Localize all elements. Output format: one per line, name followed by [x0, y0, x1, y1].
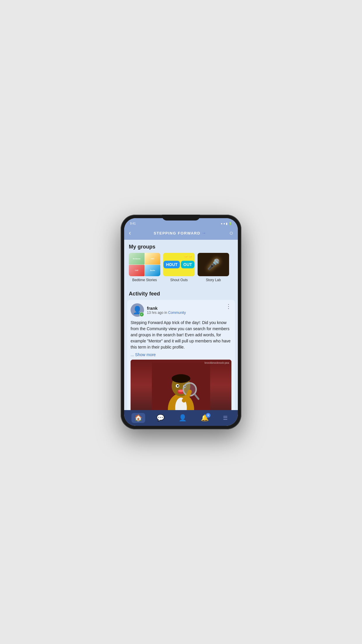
group-thumbnail-story-lab: 🎤 — [198, 253, 229, 276]
avatar-wrap: 👤 ✓ — [131, 303, 144, 317]
post-time: 13 hrs ago — [147, 311, 164, 315]
post-location[interactable]: Community — [168, 311, 186, 315]
feed-post-image: knockknocknock-pea — [131, 360, 231, 410]
phone-screen: 9:41 ● ● ▮ 🔋 ‹ STEPPING FORWARD → ○ My g… — [124, 218, 238, 426]
post-location-prefix: in — [164, 311, 168, 315]
title-arrow-icon: → — [201, 230, 207, 236]
post-meta: 13 hrs ago in Community — [147, 311, 186, 315]
phone-notch — [162, 215, 200, 220]
book-1: Dr.Seuss — [129, 253, 145, 265]
hout-bubble: HOUT — [164, 261, 180, 268]
shout-outs-image: HOUT OUT ⭐⭐ — [163, 253, 195, 276]
microphone-icon: 🎤 — [207, 258, 220, 271]
shoutout-bubbles: HOUT OUT — [164, 261, 194, 268]
activity-feed-section: Activity feed 👤 ✓ frank — [124, 287, 238, 410]
feed-card-header: 👤 ✓ frank 13 hrs ago in Community — [131, 303, 231, 317]
book-2: ABC — [145, 253, 161, 265]
group-item-bedtime-stories[interactable]: Dr.Seuss ABC CAT Socks Bedtime Stories — [129, 253, 160, 282]
stars-overlay: ⭐⭐ — [184, 255, 192, 259]
feed-user-info: 👤 ✓ frank 13 hrs ago in Community — [131, 303, 186, 317]
back-button[interactable]: ‹ — [129, 229, 131, 237]
book-3: CAT — [129, 265, 145, 276]
out-bubble: OUT — [181, 261, 194, 268]
app-header: ‹ STEPPING FORWARD → ○ — [124, 226, 238, 240]
activity-feed-title: Activity feed — [124, 287, 238, 300]
more-options-button[interactable]: ⋮ — [226, 303, 231, 309]
phone-device: 9:41 ● ● ▮ 🔋 ‹ STEPPING FORWARD → ○ My g… — [121, 215, 241, 429]
verified-badge: ✓ — [139, 312, 144, 317]
post-illustration — [152, 363, 210, 410]
chat-icon: 💬 — [157, 414, 164, 422]
story-lab-image: 🎤 — [198, 253, 229, 276]
groups-row: Dr.Seuss ABC CAT Socks Bedtime Stories — [124, 253, 238, 287]
app-title: STEPPING FORWARD → — [154, 230, 207, 236]
group-item-story-lab[interactable]: 🎤 Story Lab — [198, 253, 229, 282]
main-content: My groups Dr.Seuss ABC CAT Socks Bed — [124, 240, 238, 410]
feed-card-0: 👤 ✓ frank 13 hrs ago in Community — [127, 300, 235, 410]
post-image-scene — [131, 360, 231, 410]
svg-point-7 — [177, 385, 179, 387]
show-more-button[interactable]: ... Show more — [131, 352, 156, 357]
nav-item-chat[interactable]: 💬 — [154, 413, 167, 423]
post-body: Stepping Forward App trick of the day!: … — [131, 320, 231, 349]
nav-item-notifications[interactable]: 🔔 5 — [198, 413, 212, 423]
group-label-bedtime-stories: Bedtime Stories — [132, 278, 157, 282]
group-thumbnail-bedtime-stories: Dr.Seuss ABC CAT Socks — [129, 253, 160, 276]
group-label-story-lab: Story Lab — [206, 278, 221, 282]
bedtime-stories-image: Dr.Seuss ABC CAT Socks — [129, 253, 160, 276]
nav-item-home[interactable]: 🏠 — [131, 413, 145, 423]
bottom-navigation: 🏠 💬 👤 🔔 5 ☰ — [124, 410, 238, 426]
my-groups-section: My groups Dr.Seuss ABC CAT Socks Bed — [124, 240, 238, 287]
search-button[interactable]: ○ — [229, 229, 233, 237]
nav-item-profile[interactable]: 👤 — [176, 413, 189, 423]
group-label-shout-outs: Shout Outs — [170, 278, 188, 282]
image-watermark: knockknocknock-pea — [205, 361, 229, 364]
menu-icon: ☰ — [223, 415, 228, 421]
group-item-shout-outs[interactable]: HOUT OUT ⭐⭐ Shout Outs — [163, 253, 195, 282]
group-thumbnail-shout-outs: HOUT OUT ⭐⭐ — [163, 253, 195, 276]
user-name: frank — [147, 306, 186, 311]
notifications-badge: 5 — [206, 413, 210, 418]
profile-icon: 👤 — [179, 414, 187, 422]
status-icons: ● ● ▮ 🔋 — [221, 222, 232, 225]
svg-point-4 — [172, 374, 190, 383]
user-meta: frank 13 hrs ago in Community — [147, 306, 186, 315]
status-time: 9:41 — [130, 222, 136, 225]
post-text: Stepping Forward App trick of the day!: … — [131, 320, 231, 350]
app-title-text: STEPPING FORWARD — [154, 231, 200, 235]
book-4: Socks — [145, 265, 161, 276]
my-groups-title: My groups — [124, 240, 238, 253]
nav-item-menu[interactable]: ☰ — [220, 414, 231, 422]
home-icon: 🏠 — [134, 414, 142, 422]
